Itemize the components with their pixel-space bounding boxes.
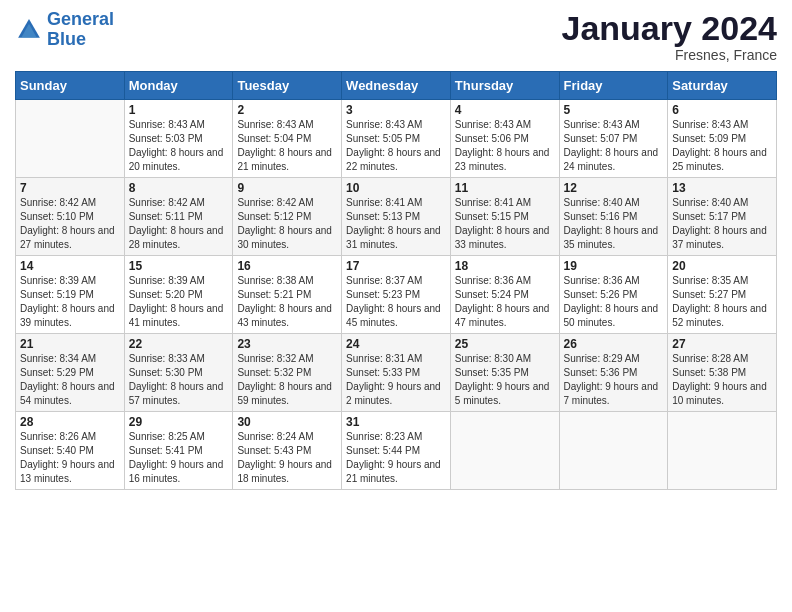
day-info: Sunrise: 8:43 AMSunset: 5:05 PMDaylight:… bbox=[346, 119, 441, 172]
table-cell: 26 Sunrise: 8:29 AMSunset: 5:36 PMDaylig… bbox=[559, 334, 668, 412]
day-number: 12 bbox=[564, 181, 664, 195]
table-cell: 16 Sunrise: 8:38 AMSunset: 5:21 PMDaylig… bbox=[233, 256, 342, 334]
table-cell: 4 Sunrise: 8:43 AMSunset: 5:06 PMDayligh… bbox=[450, 100, 559, 178]
day-number: 9 bbox=[237, 181, 337, 195]
day-info: Sunrise: 8:33 AMSunset: 5:30 PMDaylight:… bbox=[129, 353, 224, 406]
day-number: 14 bbox=[20, 259, 120, 273]
table-cell: 25 Sunrise: 8:30 AMSunset: 5:35 PMDaylig… bbox=[450, 334, 559, 412]
day-number: 7 bbox=[20, 181, 120, 195]
day-info: Sunrise: 8:39 AMSunset: 5:20 PMDaylight:… bbox=[129, 275, 224, 328]
table-cell: 1 Sunrise: 8:43 AMSunset: 5:03 PMDayligh… bbox=[124, 100, 233, 178]
table-cell bbox=[668, 412, 777, 490]
table-cell: 13 Sunrise: 8:40 AMSunset: 5:17 PMDaylig… bbox=[668, 178, 777, 256]
day-number: 11 bbox=[455, 181, 555, 195]
day-number: 5 bbox=[564, 103, 664, 117]
day-number: 23 bbox=[237, 337, 337, 351]
day-number: 28 bbox=[20, 415, 120, 429]
table-cell: 17 Sunrise: 8:37 AMSunset: 5:23 PMDaylig… bbox=[342, 256, 451, 334]
day-number: 10 bbox=[346, 181, 446, 195]
col-wednesday: Wednesday bbox=[342, 72, 451, 100]
col-friday: Friday bbox=[559, 72, 668, 100]
table-cell: 20 Sunrise: 8:35 AMSunset: 5:27 PMDaylig… bbox=[668, 256, 777, 334]
location: Fresnes, France bbox=[562, 47, 778, 63]
day-info: Sunrise: 8:41 AMSunset: 5:13 PMDaylight:… bbox=[346, 197, 441, 250]
day-number: 24 bbox=[346, 337, 446, 351]
day-info: Sunrise: 8:36 AMSunset: 5:26 PMDaylight:… bbox=[564, 275, 659, 328]
day-info: Sunrise: 8:32 AMSunset: 5:32 PMDaylight:… bbox=[237, 353, 332, 406]
day-number: 22 bbox=[129, 337, 229, 351]
table-cell bbox=[16, 100, 125, 178]
day-number: 31 bbox=[346, 415, 446, 429]
day-info: Sunrise: 8:43 AMSunset: 5:07 PMDaylight:… bbox=[564, 119, 659, 172]
day-number: 27 bbox=[672, 337, 772, 351]
table-cell bbox=[559, 412, 668, 490]
col-tuesday: Tuesday bbox=[233, 72, 342, 100]
table-cell: 9 Sunrise: 8:42 AMSunset: 5:12 PMDayligh… bbox=[233, 178, 342, 256]
table-cell: 10 Sunrise: 8:41 AMSunset: 5:13 PMDaylig… bbox=[342, 178, 451, 256]
table-row: 1 Sunrise: 8:43 AMSunset: 5:03 PMDayligh… bbox=[16, 100, 777, 178]
logo-text: General Blue bbox=[47, 10, 114, 50]
day-info: Sunrise: 8:34 AMSunset: 5:29 PMDaylight:… bbox=[20, 353, 115, 406]
day-number: 4 bbox=[455, 103, 555, 117]
day-info: Sunrise: 8:41 AMSunset: 5:15 PMDaylight:… bbox=[455, 197, 550, 250]
table-cell: 30 Sunrise: 8:24 AMSunset: 5:43 PMDaylig… bbox=[233, 412, 342, 490]
day-info: Sunrise: 8:40 AMSunset: 5:17 PMDaylight:… bbox=[672, 197, 767, 250]
table-cell: 18 Sunrise: 8:36 AMSunset: 5:24 PMDaylig… bbox=[450, 256, 559, 334]
day-info: Sunrise: 8:42 AMSunset: 5:12 PMDaylight:… bbox=[237, 197, 332, 250]
day-info: Sunrise: 8:42 AMSunset: 5:10 PMDaylight:… bbox=[20, 197, 115, 250]
month-title: January 2024 bbox=[562, 10, 778, 47]
col-thursday: Thursday bbox=[450, 72, 559, 100]
table-row: 21 Sunrise: 8:34 AMSunset: 5:29 PMDaylig… bbox=[16, 334, 777, 412]
day-number: 20 bbox=[672, 259, 772, 273]
table-cell: 3 Sunrise: 8:43 AMSunset: 5:05 PMDayligh… bbox=[342, 100, 451, 178]
day-number: 21 bbox=[20, 337, 120, 351]
table-cell bbox=[450, 412, 559, 490]
day-number: 18 bbox=[455, 259, 555, 273]
table-cell: 28 Sunrise: 8:26 AMSunset: 5:40 PMDaylig… bbox=[16, 412, 125, 490]
day-number: 30 bbox=[237, 415, 337, 429]
day-info: Sunrise: 8:43 AMSunset: 5:09 PMDaylight:… bbox=[672, 119, 767, 172]
day-number: 8 bbox=[129, 181, 229, 195]
day-number: 1 bbox=[129, 103, 229, 117]
day-info: Sunrise: 8:25 AMSunset: 5:41 PMDaylight:… bbox=[129, 431, 224, 484]
table-cell: 11 Sunrise: 8:41 AMSunset: 5:15 PMDaylig… bbox=[450, 178, 559, 256]
table-cell: 15 Sunrise: 8:39 AMSunset: 5:20 PMDaylig… bbox=[124, 256, 233, 334]
day-info: Sunrise: 8:43 AMSunset: 5:06 PMDaylight:… bbox=[455, 119, 550, 172]
day-info: Sunrise: 8:24 AMSunset: 5:43 PMDaylight:… bbox=[237, 431, 332, 484]
day-number: 17 bbox=[346, 259, 446, 273]
day-info: Sunrise: 8:31 AMSunset: 5:33 PMDaylight:… bbox=[346, 353, 441, 406]
table-cell: 21 Sunrise: 8:34 AMSunset: 5:29 PMDaylig… bbox=[16, 334, 125, 412]
table-cell: 31 Sunrise: 8:23 AMSunset: 5:44 PMDaylig… bbox=[342, 412, 451, 490]
day-number: 26 bbox=[564, 337, 664, 351]
table-cell: 14 Sunrise: 8:39 AMSunset: 5:19 PMDaylig… bbox=[16, 256, 125, 334]
logo-icon bbox=[15, 16, 43, 44]
table-row: 7 Sunrise: 8:42 AMSunset: 5:10 PMDayligh… bbox=[16, 178, 777, 256]
table-cell: 22 Sunrise: 8:33 AMSunset: 5:30 PMDaylig… bbox=[124, 334, 233, 412]
table-cell: 27 Sunrise: 8:28 AMSunset: 5:38 PMDaylig… bbox=[668, 334, 777, 412]
day-number: 6 bbox=[672, 103, 772, 117]
day-number: 19 bbox=[564, 259, 664, 273]
day-info: Sunrise: 8:37 AMSunset: 5:23 PMDaylight:… bbox=[346, 275, 441, 328]
table-cell: 8 Sunrise: 8:42 AMSunset: 5:11 PMDayligh… bbox=[124, 178, 233, 256]
table-row: 28 Sunrise: 8:26 AMSunset: 5:40 PMDaylig… bbox=[16, 412, 777, 490]
day-info: Sunrise: 8:42 AMSunset: 5:11 PMDaylight:… bbox=[129, 197, 224, 250]
header-row: Sunday Monday Tuesday Wednesday Thursday… bbox=[16, 72, 777, 100]
day-number: 13 bbox=[672, 181, 772, 195]
header: General Blue January 2024 Fresnes, Franc… bbox=[15, 10, 777, 63]
table-cell: 5 Sunrise: 8:43 AMSunset: 5:07 PMDayligh… bbox=[559, 100, 668, 178]
logo: General Blue bbox=[15, 10, 114, 50]
table-row: 14 Sunrise: 8:39 AMSunset: 5:19 PMDaylig… bbox=[16, 256, 777, 334]
title-block: January 2024 Fresnes, France bbox=[562, 10, 778, 63]
day-info: Sunrise: 8:40 AMSunset: 5:16 PMDaylight:… bbox=[564, 197, 659, 250]
day-info: Sunrise: 8:23 AMSunset: 5:44 PMDaylight:… bbox=[346, 431, 441, 484]
col-sunday: Sunday bbox=[16, 72, 125, 100]
day-number: 29 bbox=[129, 415, 229, 429]
day-info: Sunrise: 8:35 AMSunset: 5:27 PMDaylight:… bbox=[672, 275, 767, 328]
table-cell: 19 Sunrise: 8:36 AMSunset: 5:26 PMDaylig… bbox=[559, 256, 668, 334]
table-cell: 23 Sunrise: 8:32 AMSunset: 5:32 PMDaylig… bbox=[233, 334, 342, 412]
table-cell: 7 Sunrise: 8:42 AMSunset: 5:10 PMDayligh… bbox=[16, 178, 125, 256]
day-info: Sunrise: 8:26 AMSunset: 5:40 PMDaylight:… bbox=[20, 431, 115, 484]
table-cell: 6 Sunrise: 8:43 AMSunset: 5:09 PMDayligh… bbox=[668, 100, 777, 178]
day-info: Sunrise: 8:43 AMSunset: 5:03 PMDaylight:… bbox=[129, 119, 224, 172]
day-info: Sunrise: 8:43 AMSunset: 5:04 PMDaylight:… bbox=[237, 119, 332, 172]
